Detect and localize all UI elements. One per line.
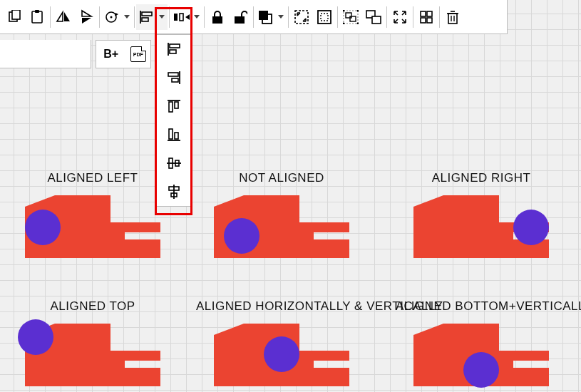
- copy-button[interactable]: [3, 4, 26, 30]
- lock-button[interactable]: [206, 4, 229, 30]
- group-button[interactable]: [339, 4, 362, 30]
- dropdown-caret-icon: [278, 15, 284, 19]
- fit-all-button[interactable]: [313, 4, 336, 30]
- align-top-item[interactable]: [157, 92, 190, 120]
- svg-rect-3: [35, 10, 39, 13]
- svg-rect-14: [174, 14, 178, 21]
- svg-marker-5: [64, 12, 70, 21]
- svg-point-30: [357, 22, 359, 24]
- unlock-icon: [233, 10, 247, 24]
- svg-rect-20: [259, 11, 268, 20]
- distribute-icon: [174, 11, 190, 24]
- example-label: ALIGNED TOP: [7, 299, 178, 314]
- example-shape-group[interactable]: ALIGNED HORIZONTALLY & VERTICALLY: [196, 299, 367, 386]
- svg-rect-1: [12, 10, 20, 19]
- grid-icon: [420, 11, 433, 24]
- example-label: ALIGNED LEFT: [7, 171, 178, 185]
- align-left-icon: [139, 11, 153, 24]
- distribute-button[interactable]: [171, 4, 202, 30]
- flip-h-icon: [56, 10, 71, 24]
- example-label: ALIGNED BOTTOM+VERTICALLY: [396, 299, 567, 314]
- align-center-h-item[interactable]: [157, 149, 190, 177]
- example-label: NOT ALIGNED: [196, 171, 367, 185]
- example-shape-group[interactable]: ALIGNED BOTTOM+VERTICALLY: [396, 299, 567, 386]
- purple-circle-shape[interactable]: [463, 352, 499, 388]
- svg-rect-12: [142, 12, 152, 16]
- svg-rect-13: [142, 18, 148, 21]
- purple-circle-shape[interactable]: [264, 336, 299, 372]
- example-shape-group[interactable]: ALIGNED RIGHT: [396, 171, 567, 258]
- example-label: ALIGNED HORIZONTALLY & VERTICALLY: [196, 299, 367, 314]
- align-left-icon: [167, 43, 181, 56]
- paste-button[interactable]: [26, 4, 48, 30]
- svg-rect-22: [318, 11, 331, 24]
- ungroup-icon: [366, 10, 381, 24]
- separator: [288, 6, 289, 28]
- separator: [99, 6, 100, 28]
- align-center-v-item[interactable]: [157, 177, 190, 206]
- lock-icon: [211, 10, 224, 24]
- svg-marker-16: [185, 14, 190, 20]
- example-shape-group[interactable]: ALIGNED TOP: [7, 299, 178, 386]
- shape-wrapper: [214, 195, 349, 258]
- layer-icon: [258, 10, 272, 24]
- svg-rect-23: [321, 14, 328, 21]
- svg-rect-36: [427, 18, 432, 23]
- align-bottom-item[interactable]: [157, 120, 190, 149]
- purple-circle-shape[interactable]: [513, 210, 549, 245]
- flip-vertical-button[interactable]: [75, 4, 98, 30]
- separator: [253, 6, 254, 28]
- separator: [413, 6, 413, 28]
- layer-button[interactable]: [255, 4, 287, 30]
- svg-rect-49: [169, 102, 173, 112]
- svg-rect-47: [172, 78, 178, 82]
- trash-icon: [446, 10, 459, 24]
- rotate-button[interactable]: [101, 4, 133, 30]
- ungroup-button[interactable]: [362, 4, 385, 30]
- svg-rect-37: [448, 14, 457, 24]
- example-shape-group[interactable]: ALIGNED LEFT: [7, 171, 178, 258]
- svg-marker-4: [57, 12, 63, 21]
- align-left-item[interactable]: [157, 35, 190, 63]
- fit-all-icon: [317, 10, 331, 24]
- unlock-button[interactable]: [229, 4, 252, 30]
- group-icon: [343, 10, 359, 24]
- align-top-icon: [168, 99, 180, 113]
- flip-v-icon: [79, 9, 93, 25]
- align-button[interactable]: [136, 4, 168, 30]
- separator: [134, 6, 135, 28]
- expand-icon: [393, 10, 407, 24]
- shape-wrapper: [214, 324, 349, 386]
- example-label: ALIGNED RIGHT: [396, 171, 567, 185]
- delete-button[interactable]: [441, 4, 464, 30]
- expand-button[interactable]: [389, 4, 411, 30]
- svg-rect-15: [180, 14, 183, 21]
- svg-rect-18: [235, 16, 245, 24]
- flip-horizontal-button[interactable]: [52, 4, 75, 30]
- purple-circle-shape[interactable]: [18, 319, 53, 355]
- export-pdf-button[interactable]: [130, 46, 146, 62]
- purple-circle-shape[interactable]: [224, 218, 259, 254]
- secondary-toolbar: [0, 40, 91, 68]
- shape-wrapper: [25, 195, 160, 258]
- svg-point-27: [343, 10, 345, 12]
- fit-selection-button[interactable]: [290, 4, 313, 30]
- svg-rect-34: [427, 11, 432, 16]
- dropdown-caret-icon: [194, 15, 200, 19]
- grid-view-button[interactable]: [415, 4, 438, 30]
- shape-wrapper: [413, 324, 549, 386]
- svg-rect-33: [421, 11, 426, 16]
- bold-plus-button[interactable]: B+: [101, 46, 121, 62]
- purple-circle-shape[interactable]: [25, 210, 61, 245]
- shape-wrapper: [413, 195, 549, 258]
- dropdown-caret-icon: [124, 15, 130, 19]
- separator: [337, 6, 338, 28]
- example-shape-group[interactable]: NOT ALIGNED: [196, 171, 367, 258]
- rotate-icon: [104, 10, 118, 24]
- separator: [204, 6, 205, 28]
- svg-point-28: [357, 10, 359, 12]
- svg-rect-46: [168, 73, 178, 76]
- align-center-h-icon: [167, 156, 181, 170]
- align-right-item[interactable]: [157, 63, 190, 92]
- svg-rect-21: [295, 11, 308, 24]
